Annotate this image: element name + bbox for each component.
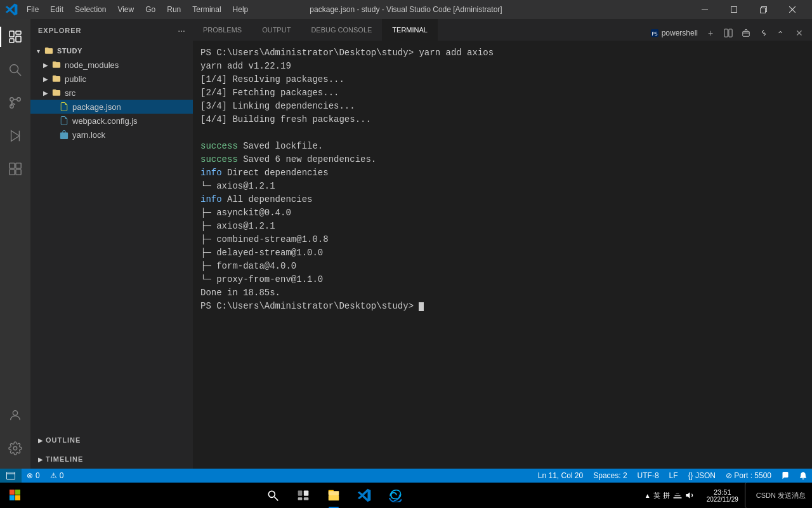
titlebar-menu: File Edit Selection View Go Run Terminal… (22, 4, 253, 15)
taskbar-taskview-button[interactable] (289, 483, 317, 508)
statusbar-errors[interactable]: ⊗ 0 (22, 469, 45, 483)
tree-item-node-modules[interactable]: ▶ node_modules (30, 58, 193, 72)
svg-rect-3 (760, 8, 765, 13)
show-desktop-button[interactable] (745, 483, 750, 508)
tray-icon-1[interactable]: 英 (653, 491, 660, 500)
taskbar-extra: CSDN 发送消息 (752, 491, 809, 500)
term-success-text-1: Saved lockfile. (238, 141, 323, 151)
svg-rect-1 (731, 7, 737, 13)
port-text: ⊘ Port : 5500 (726, 471, 771, 480)
menu-file[interactable]: File (22, 4, 44, 15)
line-col-text: Ln 11, Col 20 (538, 471, 583, 480)
explorer-activity-icon[interactable] (0, 22, 30, 52)
term-tree-3: ├─ axios@1.2.1 (200, 221, 275, 231)
settings-activity-icon[interactable] (0, 433, 30, 464)
sidebar-actions[interactable]: ··· (178, 25, 185, 36)
activity-bottom (0, 400, 30, 469)
taskbar-vscode-button[interactable] (350, 483, 378, 508)
tree-arrow-package-json (48, 102, 58, 112)
terminal-line-17: └─ proxy-from-env@1.1.0 (200, 273, 804, 286)
statusbar-encoding[interactable]: UTF-8 (632, 469, 664, 483)
add-terminal-button[interactable]: + (703, 25, 718, 41)
tab-terminal[interactable]: TERMINAL (382, 19, 438, 41)
spaces-text: Spaces: 2 (593, 471, 627, 480)
split-terminal-button[interactable] (721, 25, 736, 41)
term-cursor (419, 302, 424, 311)
tab-output[interactable]: OUTPUT (252, 19, 301, 41)
outline-section-header[interactable]: ▶ OUTLINE (30, 433, 193, 447)
statusbar-feedback[interactable] (776, 469, 794, 483)
tree-item-public[interactable]: ▶ public (30, 72, 193, 86)
taskbar-explorer-button[interactable] (320, 483, 348, 508)
menu-help[interactable]: Help (228, 4, 254, 15)
tree-label-src: src (65, 88, 75, 98)
statusbar-right: Ln 11, Col 20 Spaces: 2 UTF-8 LF {} JSON… (533, 469, 812, 483)
svg-rect-7 (16, 31, 21, 34)
panel-area: PROBLEMS OUTPUT DEBUG CONSOLE TERMINAL P… (193, 19, 812, 469)
terminal-line-16: ├─ form-data@4.0.0 (200, 260, 804, 273)
terminal-content[interactable]: PS C:\Users\Administrator\Desktop\study>… (193, 41, 812, 469)
taskbar-edge-button[interactable] (381, 483, 409, 508)
activity-bar (0, 19, 30, 469)
timeline-section-header[interactable]: ▶ TIMELINE (30, 452, 193, 466)
svg-rect-27 (743, 31, 750, 36)
terminal-line-3: [1/4] Resolving packages... (200, 73, 804, 86)
menu-edit[interactable]: Edit (45, 4, 69, 15)
statusbar-language[interactable]: {} JSON (683, 469, 721, 483)
volume-icon[interactable] (685, 490, 695, 500)
taskbar-search-button[interactable] (259, 483, 287, 508)
statusbar-notifications[interactable] (794, 469, 812, 483)
menu-run[interactable]: Run (162, 4, 186, 15)
search-activity-icon[interactable] (0, 55, 30, 85)
svg-rect-31 (10, 495, 15, 500)
tray-icon-2[interactable]: 拼 (663, 491, 670, 500)
menu-selection[interactable]: Selection (70, 4, 111, 15)
close-panel-button[interactable]: ✕ (792, 25, 807, 41)
close-button[interactable] (778, 0, 807, 19)
menu-go[interactable]: Go (140, 4, 160, 15)
statusbar-line-col[interactable]: Ln 11, Col 20 (533, 469, 588, 483)
kill-terminal-button[interactable] (738, 25, 754, 41)
toggle-terminal-size-button[interactable] (756, 25, 771, 41)
tree-item-src[interactable]: ▶ src (30, 86, 193, 100)
svg-rect-26 (729, 29, 732, 37)
source-control-activity-icon[interactable] (0, 88, 30, 118)
taskbar-clock[interactable]: 23:51 2022/11/29 (703, 488, 742, 503)
menu-terminal[interactable]: Terminal (187, 4, 226, 15)
maximize-button[interactable] (719, 0, 749, 19)
tree-item-package-json[interactable]: package.json (30, 100, 193, 114)
menu-view[interactable]: View (112, 4, 139, 15)
encoding-text: UTF-8 (638, 471, 659, 480)
tab-problems[interactable]: PROBLEMS (193, 19, 252, 41)
terminal-line-11: info All dependencies (200, 193, 804, 206)
statusbar-warnings[interactable]: ⚠ 0 (45, 469, 69, 483)
restore-button[interactable] (749, 0, 778, 19)
statusbar-remote-icon[interactable] (0, 469, 22, 483)
term-tree-4: ├─ combined-stream@1.0.8 (200, 234, 329, 244)
maximize-panel-button[interactable] (774, 25, 789, 41)
tree-root-study[interactable]: ▾ STUDY (30, 44, 193, 58)
start-button[interactable] (3, 483, 28, 508)
tab-debug-console[interactable]: DEBUG CONSOLE (301, 19, 382, 41)
titlebar-controls (690, 0, 807, 19)
network-icon[interactable] (672, 490, 683, 500)
windows-logo-icon (10, 490, 21, 501)
titlebar-left: File Edit Selection View Go Run Terminal… (5, 3, 253, 16)
shell-name: powershell (662, 29, 698, 37)
statusbar-spaces[interactable]: Spaces: 2 (588, 469, 632, 483)
csdn-label[interactable]: CSDN 发送消息 (756, 491, 806, 500)
statusbar-port[interactable]: ⊘ Port : 5500 (721, 469, 776, 483)
tree-item-yarn-lock[interactable]: yarn.lock (30, 128, 193, 142)
svg-rect-32 (15, 495, 20, 500)
statusbar-eol[interactable]: LF (664, 469, 683, 483)
minimize-button[interactable] (690, 0, 719, 19)
tree-item-webpack[interactable]: webpack.config.js (30, 114, 193, 128)
account-activity-icon[interactable] (0, 400, 30, 431)
svg-rect-41 (329, 491, 339, 495)
tray-chevron[interactable]: ▲ (645, 492, 651, 499)
powershell-icon: PS (650, 29, 659, 37)
extensions-activity-icon[interactable] (0, 154, 30, 184)
run-activity-icon[interactable] (0, 121, 30, 151)
term-tree-1: └─ axios@1.2.1 (200, 181, 275, 191)
svg-rect-18 (16, 163, 21, 168)
